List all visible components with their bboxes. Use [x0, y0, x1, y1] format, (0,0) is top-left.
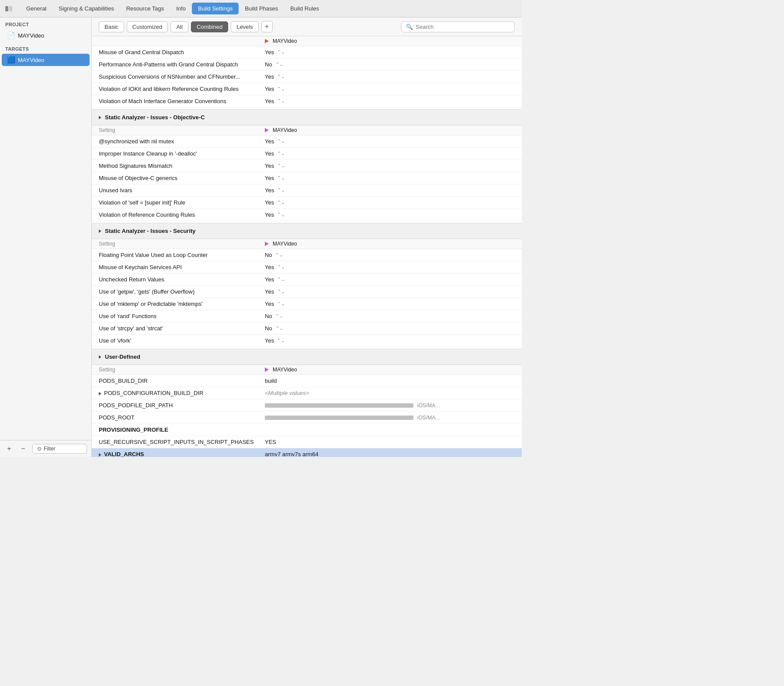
stepper-icon[interactable]: ⌃⌄: [275, 62, 283, 67]
stepper-icon[interactable]: ⌃⌄: [277, 175, 285, 181]
table-row: PODS_ROOT iOS/MA...: [92, 412, 522, 424]
stepper-icon[interactable]: ⌃⌄: [277, 187, 285, 193]
setting-value: Yes ⌃⌄: [265, 175, 515, 181]
expand-triangle-icon[interactable]: [99, 392, 101, 395]
add-setting-button[interactable]: +: [261, 21, 273, 32]
setting-name: Violation of Reference Counting Rules: [99, 211, 265, 218]
nav-tab-buildphases[interactable]: Build Phases: [239, 3, 284, 14]
levels-button[interactable]: Levels: [231, 21, 259, 32]
setting-value: No ⌃⌄: [265, 61, 515, 68]
stepper-icon[interactable]: ⌃⌄: [277, 264, 285, 270]
setting-name: Misuse of Grand Central Dispatch: [99, 49, 265, 55]
setting-value: Yes ⌃⌄: [265, 211, 515, 218]
sidebar: PROJECT 📄 MAYVideo TARGETS 🟦 MAYVideo + …: [0, 17, 92, 457]
stepper-icon[interactable]: ⌃⌄: [277, 86, 285, 92]
table-row: Violation of Reference Counting Rules Ye…: [92, 209, 522, 221]
section-header-objc[interactable]: Static Analyzer - Issues - Objective-C: [92, 109, 522, 125]
table-row: Suspicious Conversions of NSNumber and C…: [92, 71, 522, 83]
setting-name: Violation of 'self = [super init]' Rule: [99, 199, 265, 206]
setting-name: @synchronized with nil mutex: [99, 138, 265, 145]
stepper-icon[interactable]: ⌃⌄: [277, 74, 285, 80]
table-row: Unchecked Return Values Yes ⌃⌄: [92, 274, 522, 286]
filter-button[interactable]: ⊙ Filter: [32, 444, 87, 454]
setting-name: USE_RECURSIVE_SCRIPT_INPUTS_IN_SCRIPT_PH…: [99, 439, 265, 445]
section-header-user-defined[interactable]: User-Defined: [92, 349, 522, 365]
table-row: PODS_BUILD_DIR build: [92, 375, 522, 387]
filter-label: Filter: [44, 446, 56, 452]
section-collapse-icon-security: [99, 229, 101, 233]
nav-tab-info[interactable]: Info: [170, 3, 192, 14]
stepper-icon[interactable]: ⌃⌄: [277, 151, 285, 156]
nav-tab-general[interactable]: General: [20, 3, 52, 14]
user-target-icon: [265, 367, 269, 372]
nav-tab-buildsettings[interactable]: Build Settings: [192, 3, 239, 14]
nav-tab-buildrules[interactable]: Build Rules: [284, 3, 325, 14]
setting-name: Use of 'vfork': [99, 337, 265, 344]
table-row: USE_RECURSIVE_SCRIPT_INPUTS_IN_SCRIPT_PH…: [92, 436, 522, 448]
stepper-icon[interactable]: ⌃⌄: [277, 338, 285, 343]
sidebar-item-mayvideo-project[interactable]: 📄 MAYVideo: [2, 29, 90, 42]
stepper-icon[interactable]: ⌃⌄: [277, 200, 285, 205]
security-target-icon: [265, 242, 269, 246]
security-target-name: MAYVideo: [273, 241, 297, 247]
security-target-col: MAYVideo: [265, 241, 515, 247]
all-badge[interactable]: All: [170, 21, 188, 32]
nav-tab-resourcetags[interactable]: Resource Tags: [120, 3, 170, 14]
table-row: @synchronized with nil mutex Yes ⌃⌄: [92, 135, 522, 148]
filter-icon: ⊙: [37, 446, 42, 452]
project-icon: 📄: [7, 31, 15, 39]
stepper-icon[interactable]: ⌃⌄: [277, 212, 285, 218]
stepper-icon[interactable]: ⌃⌄: [277, 277, 285, 282]
stepper-icon[interactable]: ⌃⌄: [277, 139, 285, 144]
stepper-icon[interactable]: ⌃⌄: [275, 313, 283, 319]
setting-name: Performance Anti-Patterns with Grand Cen…: [99, 61, 265, 68]
setting-value: Yes ⌃⌄: [265, 264, 515, 270]
setting-value: Yes ⌃⌄: [265, 276, 515, 283]
table-row: Violation of 'self = [super init]' Rule …: [92, 197, 522, 209]
stepper-icon[interactable]: ⌃⌄: [277, 289, 285, 294]
project-item-label: MAYVideo: [18, 32, 44, 39]
project-section-label: PROJECT: [0, 17, 91, 29]
setting-value: Yes ⌃⌄: [265, 138, 515, 145]
sidebar-item-mayvideo-target[interactable]: 🟦 MAYVideo: [2, 54, 90, 66]
basic-button[interactable]: Basic: [99, 21, 124, 32]
search-input[interactable]: [416, 24, 510, 30]
user-target-name: MAYVideo: [273, 367, 297, 373]
add-target-button[interactable]: +: [4, 444, 14, 454]
expand-triangle-valid-archs-icon[interactable]: [99, 453, 101, 457]
setting-name: Misuse of Keychain Services API: [99, 264, 265, 270]
customized-button[interactable]: Customized: [127, 21, 168, 32]
remove-target-button[interactable]: −: [18, 444, 28, 454]
setting-value: No ⌃⌄: [265, 252, 515, 258]
top-col-headers: MAYVideo: [92, 36, 522, 46]
stepper-icon[interactable]: ⌃⌄: [277, 98, 285, 104]
setting-value: No ⌃⌄: [265, 325, 515, 332]
setting-name: Violation of IOKit and libkern Reference…: [99, 86, 265, 92]
table-row-valid-archs: VALID_ARCHS armv7 armv7s arm64: [92, 448, 522, 457]
security-col-headers: Setting MAYVideo: [92, 239, 522, 249]
sidebar-toggle-icon[interactable]: [4, 4, 13, 13]
search-icon: 🔍: [406, 24, 413, 30]
setting-value: Yes ⌃⌄: [265, 86, 515, 92]
settings-scroll[interactable]: MAYVideo Misuse of Grand Central Dispatc…: [92, 36, 522, 457]
user-target-col: MAYVideo: [265, 367, 515, 373]
combined-button[interactable]: Combined: [191, 21, 228, 32]
setting-name: Use of 'mktemp' or Predictable 'mktemps': [99, 301, 265, 307]
targets-section-label: TARGETS: [0, 42, 91, 53]
table-row: Unused Ivars Yes ⌃⌄: [92, 184, 522, 197]
stepper-icon[interactable]: ⌃⌄: [277, 49, 285, 55]
table-row: Use of 'getpw', 'gets' (Buffer Overflow)…: [92, 286, 522, 298]
stepper-icon[interactable]: ⌃⌄: [275, 326, 283, 331]
table-row: Misuse of Keychain Services API Yes ⌃⌄: [92, 261, 522, 274]
stepper-icon[interactable]: ⌃⌄: [277, 301, 285, 307]
setting-name-valid-archs: VALID_ARCHS: [99, 451, 265, 457]
setting-value: iOS/MA...: [265, 402, 515, 409]
stepper-icon[interactable]: ⌃⌄: [275, 252, 283, 258]
section-title-objc: Static Analyzer - Issues - Objective-C: [105, 114, 205, 121]
section-title-user-defined: User-Defined: [105, 353, 140, 360]
stepper-icon[interactable]: ⌃⌄: [277, 163, 285, 169]
table-row: Improper Instance Cleanup in '-dealloc' …: [92, 148, 522, 160]
nav-tab-signingcapabilities[interactable]: Signing & Capabilities: [52, 3, 120, 14]
section-header-security[interactable]: Static Analyzer - Issues - Security: [92, 223, 522, 239]
setting-value: iOS/MA...: [265, 415, 515, 421]
